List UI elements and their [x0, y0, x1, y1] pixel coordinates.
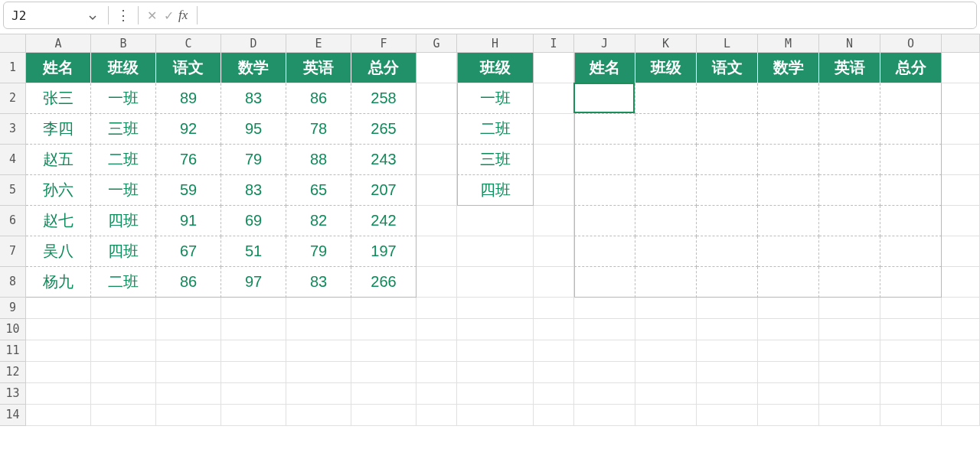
cell-L13[interactable] — [697, 383, 758, 405]
col-header-E[interactable]: E — [286, 34, 351, 53]
cell-E9[interactable] — [286, 298, 351, 319]
cell-I10[interactable] — [534, 319, 574, 340]
cell-N10[interactable] — [819, 319, 880, 340]
cell-C4[interactable]: 76 — [156, 145, 221, 175]
cell-C14[interactable] — [156, 405, 221, 426]
cell-M4[interactable] — [758, 145, 819, 175]
cell-O11[interactable] — [880, 340, 942, 362]
cell-O14[interactable] — [880, 405, 942, 426]
cell-G1[interactable] — [416, 53, 457, 83]
cell-K14[interactable] — [635, 405, 697, 426]
cell-G13[interactable] — [416, 383, 457, 405]
cell-D1[interactable]: 数学 — [221, 53, 286, 83]
cell-L11[interactable] — [697, 340, 758, 362]
cell-F3[interactable]: 265 — [351, 114, 416, 145]
cell-E13[interactable] — [286, 383, 351, 405]
cell-J11[interactable] — [574, 340, 635, 362]
cell-O2[interactable] — [880, 83, 942, 114]
cell-J12[interactable] — [574, 362, 635, 383]
cell-K4[interactable] — [635, 145, 697, 175]
cell-D12[interactable] — [221, 362, 286, 383]
cell-K13[interactable] — [635, 383, 697, 405]
cell-J3[interactable] — [574, 114, 635, 145]
cell-O3[interactable] — [880, 114, 942, 145]
row-header-1[interactable]: 1 — [0, 53, 26, 83]
cell-N13[interactable] — [819, 383, 880, 405]
cell-K1[interactable]: 班级 — [635, 53, 697, 83]
cell-N8[interactable] — [819, 267, 880, 298]
cell-G10[interactable] — [416, 319, 457, 340]
fx-icon[interactable]: fx — [177, 8, 192, 23]
row-header-14[interactable]: 14 — [0, 405, 26, 426]
cell-B7[interactable]: 四班 — [91, 236, 156, 267]
cell-E10[interactable] — [286, 319, 351, 340]
cell-M9[interactable] — [758, 298, 819, 319]
cell-E4[interactable]: 88 — [286, 145, 351, 175]
cell-M10[interactable] — [758, 319, 819, 340]
cell-L3[interactable] — [697, 114, 758, 145]
row-header-8[interactable]: 8 — [0, 267, 26, 298]
cell-A8[interactable]: 杨九 — [26, 267, 91, 298]
cell-G9[interactable] — [416, 298, 457, 319]
cell-K2[interactable] — [635, 83, 697, 114]
cell-B12[interactable] — [91, 362, 156, 383]
cell-O10[interactable] — [880, 319, 942, 340]
cell-J2[interactable] — [574, 83, 635, 114]
cell-H12[interactable] — [457, 362, 534, 383]
cell-L9[interactable] — [697, 298, 758, 319]
cell-B8[interactable]: 二班 — [91, 267, 156, 298]
cell-I9[interactable] — [534, 298, 574, 319]
cell-M5[interactable] — [758, 175, 819, 206]
cell-O9[interactable] — [880, 298, 942, 319]
cell-L8[interactable] — [697, 267, 758, 298]
cell-A9[interactable] — [26, 298, 91, 319]
col-header-H[interactable]: H — [457, 34, 534, 53]
cell-K12[interactable] — [635, 362, 697, 383]
cell-B3[interactable]: 三班 — [91, 114, 156, 145]
cell-J8[interactable] — [574, 267, 635, 298]
cell-B6[interactable]: 四班 — [91, 206, 156, 236]
cell-F2[interactable]: 258 — [351, 83, 416, 114]
cell-L5[interactable] — [697, 175, 758, 206]
cell-I8[interactable] — [534, 267, 574, 298]
cell-N4[interactable] — [819, 145, 880, 175]
cell-C3[interactable]: 92 — [156, 114, 221, 145]
row-header-7[interactable]: 7 — [0, 236, 26, 267]
cell-H10[interactable] — [457, 319, 534, 340]
cell-G3[interactable] — [416, 114, 457, 145]
cell-F5[interactable]: 207 — [351, 175, 416, 206]
cell-H6[interactable] — [457, 206, 534, 236]
col-header-M[interactable]: M — [758, 34, 819, 53]
col-header-L[interactable]: L — [697, 34, 758, 53]
cell-K11[interactable] — [635, 340, 697, 362]
cell-K10[interactable] — [635, 319, 697, 340]
cell-D10[interactable] — [221, 319, 286, 340]
cell-I2[interactable] — [534, 83, 574, 114]
cell-D5[interactable]: 83 — [221, 175, 286, 206]
cell-O5[interactable] — [880, 175, 942, 206]
col-header-N[interactable]: N — [819, 34, 880, 53]
cell-B14[interactable] — [91, 405, 156, 426]
cell-M14[interactable] — [758, 405, 819, 426]
cell-H13[interactable] — [457, 383, 534, 405]
cell-O4[interactable] — [880, 145, 942, 175]
cell-C10[interactable] — [156, 319, 221, 340]
cell-E12[interactable] — [286, 362, 351, 383]
cell-G14[interactable] — [416, 405, 457, 426]
cell-M6[interactable] — [758, 206, 819, 236]
cell-D6[interactable]: 69 — [221, 206, 286, 236]
cell-H14[interactable] — [457, 405, 534, 426]
cell-I1[interactable] — [534, 53, 574, 83]
cell-N3[interactable] — [819, 114, 880, 145]
cell-N1[interactable]: 英语 — [819, 53, 880, 83]
cell-J13[interactable] — [574, 383, 635, 405]
cell-L4[interactable] — [697, 145, 758, 175]
cell-D11[interactable] — [221, 340, 286, 362]
cell-J7[interactable] — [574, 236, 635, 267]
cell-F13[interactable] — [351, 383, 416, 405]
cell-D14[interactable] — [221, 405, 286, 426]
cell-N12[interactable] — [819, 362, 880, 383]
cell-G5[interactable] — [416, 175, 457, 206]
cell-F7[interactable]: 197 — [351, 236, 416, 267]
cell-E1[interactable]: 英语 — [286, 53, 351, 83]
